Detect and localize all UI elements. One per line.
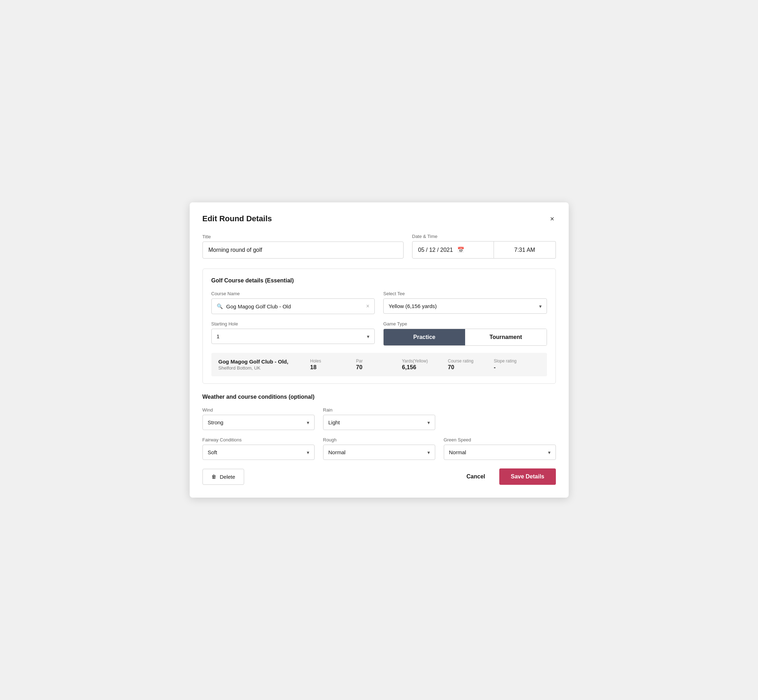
green-speed-group: Green Speed Normal ▾ (444, 437, 556, 460)
fairway-label: Fairway Conditions (202, 437, 315, 442)
hole-chevron-icon: ▾ (367, 334, 370, 339)
course-name-value: Gog Magog Golf Club - Old (226, 303, 363, 309)
course-name-input[interactable]: 🔍 Gog Magog Golf Club - Old × (211, 298, 375, 314)
rough-label: Rough (323, 437, 435, 442)
select-tee-value: Yellow (6,156 yards) (388, 303, 437, 309)
yards-stat: Yards(Yellow) 6,156 (402, 359, 448, 370)
starting-hole-gametype-row: Starting Hole 1 ▾ Game Type Practice Tou… (211, 321, 547, 346)
par-value: 70 (356, 364, 363, 370)
course-name-label: Course Name (211, 291, 375, 296)
holes-stat: Holes 18 (310, 359, 356, 370)
title-label: Title (202, 234, 404, 239)
title-date-row: Title Date & Time 05 / 12 / 2021 📅 7:31 … (202, 234, 556, 259)
wind-dropdown[interactable]: Strong ▾ (202, 415, 315, 430)
fairway-rough-green-row: Fairway Conditions Soft ▾ Rough Normal ▾… (202, 437, 556, 460)
golf-section-title: Golf Course details (Essential) (211, 277, 547, 284)
delete-button[interactable]: 🗑 Delete (202, 469, 244, 485)
select-tee-label: Select Tee (383, 291, 547, 296)
date-value: 05 / 12 / 2021 (418, 247, 453, 253)
clear-course-icon[interactable]: × (366, 303, 370, 309)
title-field-group: Title (202, 234, 404, 259)
golf-course-section: Golf Course details (Essential) Course N… (202, 269, 556, 384)
modal-footer: 🗑 Delete Cancel Save Details (202, 469, 556, 485)
practice-button[interactable]: Practice (384, 329, 465, 345)
starting-hole-value: 1 (217, 333, 219, 339)
game-type-group: Game Type Practice Tournament (383, 321, 547, 346)
datetime-label: Date & Time (412, 234, 556, 239)
holes-value: 18 (310, 364, 317, 370)
select-tee-dropdown[interactable]: Yellow (6,156 yards) ▾ (383, 298, 547, 314)
green-speed-value: Normal (449, 449, 466, 455)
rough-dropdown[interactable]: Normal ▾ (323, 445, 435, 460)
course-name-group: Course Name 🔍 Gog Magog Golf Club - Old … (211, 291, 375, 314)
edit-round-modal: Edit Round Details × Title Date & Time 0… (190, 202, 568, 498)
fairway-chevron-icon: ▾ (307, 450, 309, 455)
time-input[interactable]: 7:31 AM (494, 241, 556, 259)
rain-group: Rain Light ▾ (323, 407, 435, 430)
starting-hole-group: Starting Hole 1 ▾ (211, 321, 375, 346)
save-button[interactable]: Save Details (499, 469, 556, 485)
time-value: 7:31 AM (514, 247, 535, 253)
course-info-name: Gog Magog Golf Club - Old, (219, 359, 310, 364)
wind-rain-row: Wind Strong ▾ Rain Light ▾ (202, 407, 556, 430)
slope-rating-label: Slope rating (494, 359, 517, 364)
fairway-group: Fairway Conditions Soft ▾ (202, 437, 315, 460)
rain-chevron-icon: ▾ (428, 420, 430, 425)
wind-value: Strong (208, 419, 224, 425)
rain-label: Rain (323, 407, 435, 412)
wind-label: Wind (202, 407, 315, 412)
rough-group: Rough Normal ▾ (323, 437, 435, 460)
par-stat: Par 70 (356, 359, 402, 370)
game-type-label: Game Type (383, 321, 547, 327)
delete-label: Delete (220, 474, 235, 480)
course-rating-stat: Course rating 70 (448, 359, 494, 370)
course-rating-value: 70 (448, 364, 454, 370)
rough-value: Normal (329, 449, 346, 455)
weather-section: Weather and course conditions (optional)… (202, 394, 556, 460)
title-input[interactable] (202, 242, 404, 259)
trash-icon: 🗑 (211, 474, 216, 480)
course-info-bar: Gog Magog Golf Club - Old, Shelford Bott… (211, 353, 547, 376)
yards-value: 6,156 (402, 364, 417, 370)
par-label: Par (356, 359, 363, 364)
calendar-icon: 📅 (457, 247, 464, 253)
green-speed-dropdown[interactable]: Normal ▾ (444, 445, 556, 460)
weather-title: Weather and course conditions (optional) (202, 394, 556, 400)
footer-right-actions: Cancel Save Details (461, 469, 556, 485)
fairway-value: Soft (208, 449, 218, 455)
rough-chevron-icon: ▾ (428, 450, 430, 455)
rain-value: Light (329, 419, 340, 425)
course-name-tee-row: Course Name 🔍 Gog Magog Golf Club - Old … (211, 291, 547, 314)
datetime-field-group: Date & Time 05 / 12 / 2021 📅 7:31 AM (412, 234, 556, 259)
starting-hole-label: Starting Hole (211, 321, 375, 327)
cancel-button[interactable]: Cancel (461, 469, 491, 484)
search-icon: 🔍 (217, 303, 223, 309)
slope-rating-value: - (494, 364, 496, 370)
holes-label: Holes (310, 359, 321, 364)
tee-chevron-icon: ▾ (539, 303, 542, 309)
tournament-button[interactable]: Tournament (465, 329, 547, 345)
slope-rating-stat: Slope rating - (494, 359, 540, 370)
course-name-block: Gog Magog Golf Club - Old, Shelford Bott… (219, 359, 310, 370)
course-rating-label: Course rating (448, 359, 474, 364)
modal-header: Edit Round Details × (202, 214, 556, 224)
yards-label: Yards(Yellow) (402, 359, 428, 364)
select-tee-group: Select Tee Yellow (6,156 yards) ▾ (383, 291, 547, 314)
rain-dropdown[interactable]: Light ▾ (323, 415, 435, 430)
starting-hole-dropdown[interactable]: 1 ▾ (211, 329, 375, 344)
wind-group: Wind Strong ▾ (202, 407, 315, 430)
close-button[interactable]: × (549, 214, 556, 224)
fairway-dropdown[interactable]: Soft ▾ (202, 445, 315, 460)
green-speed-label: Green Speed (444, 437, 556, 442)
course-info-location: Shelford Bottom, UK (219, 365, 310, 370)
game-type-toggle: Practice Tournament (383, 329, 547, 346)
datetime-group: 05 / 12 / 2021 📅 7:31 AM (412, 241, 556, 259)
green-speed-chevron-icon: ▾ (548, 450, 551, 455)
date-input[interactable]: 05 / 12 / 2021 📅 (412, 241, 494, 259)
modal-title: Edit Round Details (202, 214, 272, 223)
wind-chevron-icon: ▾ (307, 420, 309, 425)
